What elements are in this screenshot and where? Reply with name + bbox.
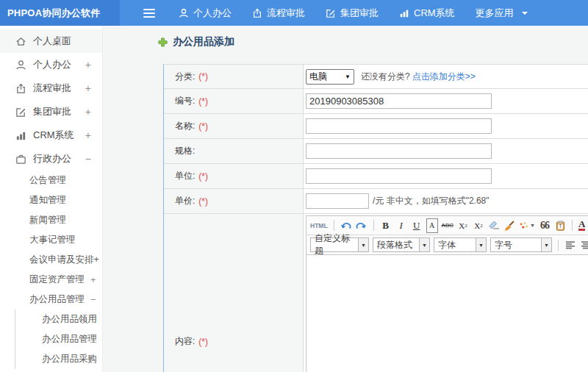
nav-item-personal-office[interactable]: 个人办公 xyxy=(179,7,232,20)
sidebar-subitem-label: 会议申请及安排+ xyxy=(29,254,99,266)
edit-icon xyxy=(326,8,336,18)
form-row-unit: 单位: (*) xyxy=(164,164,588,189)
price-input[interactable] xyxy=(306,193,369,209)
collapse-toggle[interactable]: − xyxy=(90,294,96,305)
sidebar-subitem-office-supplies-mgmt[interactable]: 办公用品管理 − xyxy=(0,290,102,310)
paragraph-format-select[interactable]: 段落格式 ▼ xyxy=(373,237,430,252)
superscript-button[interactable]: X2 xyxy=(457,218,469,233)
sidebar-subitem-fixed-assets-mgmt[interactable]: 固定资产管理 + xyxy=(0,270,102,290)
sidebar-subitem-announcement-mgmt[interactable]: 公告管理 xyxy=(0,171,102,190)
select-caret-icon: ▼ xyxy=(345,74,351,80)
add-plus-icon xyxy=(158,37,168,47)
align-left-button[interactable] xyxy=(564,237,576,252)
code-label: 编号: xyxy=(175,95,195,107)
undo-button[interactable] xyxy=(340,218,352,233)
blockquote-button[interactable]: 66 xyxy=(539,218,551,233)
sidebar-subitem-notice-mgmt[interactable]: 通知管理 xyxy=(0,190,102,210)
sidebar-item-label: 流程审批 xyxy=(33,82,71,95)
unit-label: 单位: xyxy=(175,170,195,182)
name-input[interactable] xyxy=(306,118,492,134)
redo-icon xyxy=(356,221,367,231)
expand-toggle[interactable]: + xyxy=(90,274,96,285)
paste-text-button[interactable]: T xyxy=(554,218,566,233)
spec-input[interactable] xyxy=(306,143,492,159)
chart-icon xyxy=(399,8,409,18)
form-row-spec: 规格: xyxy=(164,139,588,164)
nav-item-crm-system[interactable]: CRM系统 xyxy=(399,7,455,20)
sidebar-item-process-approval[interactable]: 流程审批 + xyxy=(0,76,102,100)
form-row-category: 分类: (*) 电脑 ▼ 还没有分类? 点击添加分类>> xyxy=(164,65,588,89)
auto-typeset-button[interactable]: ▼ xyxy=(519,218,535,233)
sidebar-item-crm-system[interactable]: CRM系统 + xyxy=(0,124,102,147)
format-painter-icon xyxy=(504,221,514,231)
expand-toggle[interactable]: + xyxy=(85,129,91,141)
hamburger-menu-icon[interactable] xyxy=(143,9,155,18)
sidebar-item-supplies-manage[interactable]: 办公用品管理 xyxy=(15,329,102,349)
sidebar-item-label: 办公用品采购 xyxy=(42,353,97,365)
sidebar-subitem-events-mgmt[interactable]: 大事记管理 xyxy=(0,230,102,250)
sidebar-item-personal-desktop[interactable]: 个人桌面 xyxy=(0,29,102,53)
collapse-toggle[interactable]: − xyxy=(85,153,91,165)
custom-title-select[interactable]: 自定义标题 ▼ xyxy=(310,237,369,252)
sidebar-item-label: 个人桌面 xyxy=(33,35,71,48)
toolbar-separator xyxy=(572,220,573,231)
nav-item-label: 集团审批 xyxy=(340,7,379,20)
required-marker: (*) xyxy=(198,96,208,107)
strikethrough-button[interactable]: ABC xyxy=(442,218,453,233)
sidebar-item-group-approval[interactable]: 集团审批 + xyxy=(0,100,102,124)
sidebar: 个人桌面 个人办公 + 流程审批 + 集团审批 + CRM系统 + 行政办公 −… xyxy=(0,26,103,372)
remove-format-button[interactable] xyxy=(488,218,500,233)
char-border-button[interactable]: A xyxy=(426,218,438,233)
sidebar-subitem-label: 大事记管理 xyxy=(29,234,76,246)
expand-toggle[interactable]: + xyxy=(85,59,91,71)
name-label: 名称: xyxy=(175,120,195,132)
nav-item-process-approval[interactable]: 流程审批 xyxy=(252,7,305,20)
top-nav-list: 个人办公 流程审批 集团审批 CRM系统 更多应用 xyxy=(120,0,528,26)
sidebar-subitem-label: 办公用品管理 xyxy=(29,293,85,306)
expand-toggle[interactable]: + xyxy=(85,106,91,118)
format-painter-button[interactable] xyxy=(503,218,515,233)
align-center-icon xyxy=(581,241,588,249)
required-marker: (*) xyxy=(198,71,208,82)
html-source-button[interactable]: HTML xyxy=(310,218,328,233)
add-category-link[interactable]: 点击添加分类>> xyxy=(412,71,476,83)
caret-down-icon: ▼ xyxy=(358,238,368,251)
font-family-select[interactable]: 字体 ▼ xyxy=(434,237,487,252)
category-select[interactable]: 电脑 ▼ xyxy=(306,69,354,85)
sidebar-item-label: 集团审批 xyxy=(33,105,71,118)
subscript-button[interactable]: X2 xyxy=(473,218,484,233)
form-row-name: 名称: (*) xyxy=(164,114,588,139)
sidebar-item-admin-office[interactable]: 行政办公 − xyxy=(0,147,102,171)
code-input[interactable] xyxy=(306,93,492,109)
sidebar-subitem-news-mgmt[interactable]: 新闻管理 xyxy=(0,210,102,230)
italic-button[interactable]: I xyxy=(395,218,407,233)
toolbar-separator xyxy=(558,240,559,251)
nav-item-more-apps[interactable]: 更多应用 xyxy=(476,7,528,20)
align-center-button[interactable] xyxy=(580,237,588,252)
toolbar-separator xyxy=(373,220,374,231)
sidebar-item-personal-office[interactable]: 个人办公 + xyxy=(0,53,102,76)
font-size-select[interactable]: 字号 ▼ xyxy=(490,237,552,252)
briefcase-icon xyxy=(15,154,26,165)
bold-button[interactable]: B xyxy=(380,218,392,233)
sidebar-subitem-label: 固定资产管理 xyxy=(29,273,85,286)
editor-toolbar-row2: 自定义标题 ▼ 段落格式 ▼ 字体 ▼ 字号 ▼ xyxy=(306,235,588,255)
category-label: 分类: xyxy=(175,71,195,83)
price-format-hint: /元 非中文，如填写格式"2.68" xyxy=(373,195,490,207)
font-color-button[interactable]: A ▼ xyxy=(578,218,588,233)
sidebar-item-supplies-purchase[interactable]: 办公用品采购 xyxy=(15,349,102,369)
redo-button[interactable] xyxy=(356,218,368,233)
sidebar-subitem-label: 新闻管理 xyxy=(29,214,66,226)
required-marker: (*) xyxy=(198,121,208,132)
sidebar-subitem-meeting-mgmt[interactable]: 会议申请及安排+ xyxy=(0,250,102,270)
undo-icon xyxy=(340,221,351,231)
expand-toggle[interactable]: + xyxy=(85,82,91,94)
editor-content[interactable] xyxy=(306,255,588,372)
nav-item-label: 更多应用 xyxy=(476,7,514,20)
underline-button[interactable]: U xyxy=(411,218,423,233)
unit-input[interactable] xyxy=(306,168,492,184)
sidebar-item-supplies-claim[interactable]: 办公用品领用 xyxy=(15,310,102,329)
share-icon xyxy=(15,83,26,94)
category-select-value: 电脑 xyxy=(309,71,327,83)
nav-item-group-approval[interactable]: 集团审批 xyxy=(326,7,379,20)
